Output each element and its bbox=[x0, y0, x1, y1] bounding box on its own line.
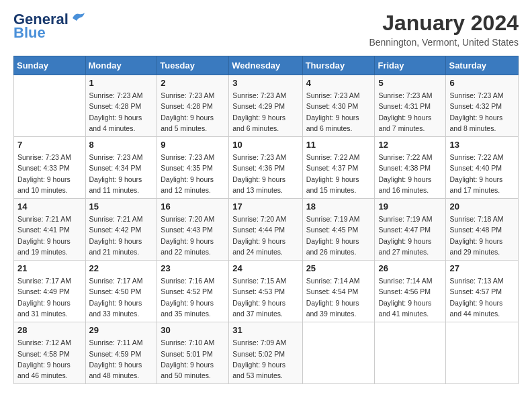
day-number: 25 bbox=[306, 263, 371, 273]
calendar-cell: 10Sunrise: 7:23 AMSunset: 4:36 PMDayligh… bbox=[229, 137, 302, 199]
day-info: Sunrise: 7:19 AMSunset: 4:47 PMDaylight:… bbox=[378, 214, 442, 257]
day-number: 31 bbox=[232, 325, 298, 335]
month-title: January 2024 bbox=[369, 11, 519, 36]
calendar-cell: 14Sunrise: 7:21 AMSunset: 4:41 PMDayligh… bbox=[14, 199, 86, 261]
day-info: Sunrise: 7:23 AMSunset: 4:35 PMDaylight:… bbox=[161, 152, 225, 195]
calendar-cell: 24Sunrise: 7:15 AMSunset: 4:53 PMDayligh… bbox=[229, 261, 302, 322]
day-info: Sunrise: 7:22 AMSunset: 4:38 PMDaylight:… bbox=[378, 152, 442, 195]
day-number: 14 bbox=[17, 201, 82, 212]
calendar-cell: 8Sunrise: 7:23 AMSunset: 4:34 PMDaylight… bbox=[85, 137, 157, 199]
day-number: 15 bbox=[89, 201, 154, 212]
day-number: 22 bbox=[89, 263, 154, 273]
day-number: 13 bbox=[449, 140, 515, 150]
header-day-tuesday: Tuesday bbox=[157, 56, 229, 75]
week-row-1: 1Sunrise: 7:23 AMSunset: 4:28 PMDaylight… bbox=[14, 75, 519, 137]
day-info: Sunrise: 7:15 AMSunset: 4:53 PMDaylight:… bbox=[232, 275, 298, 319]
header-day-friday: Friday bbox=[375, 56, 446, 75]
calendar-cell bbox=[446, 322, 519, 384]
day-number: 12 bbox=[378, 140, 442, 150]
day-number: 10 bbox=[232, 140, 298, 150]
header-day-sunday: Sunday bbox=[14, 56, 86, 75]
calendar-cell bbox=[302, 322, 375, 384]
day-info: Sunrise: 7:22 AMSunset: 4:37 PMDaylight:… bbox=[306, 152, 371, 195]
day-number: 27 bbox=[449, 263, 515, 273]
day-number: 2 bbox=[161, 78, 225, 88]
day-info: Sunrise: 7:18 AMSunset: 4:48 PMDaylight:… bbox=[449, 214, 515, 257]
day-info: Sunrise: 7:23 AMSunset: 4:34 PMDaylight:… bbox=[89, 152, 154, 195]
day-info: Sunrise: 7:23 AMSunset: 4:36 PMDaylight:… bbox=[232, 152, 298, 195]
day-number: 5 bbox=[378, 78, 442, 88]
day-info: Sunrise: 7:12 AMSunset: 4:58 PMDaylight:… bbox=[17, 337, 82, 381]
calendar-cell: 11Sunrise: 7:22 AMSunset: 4:37 PMDayligh… bbox=[302, 137, 375, 199]
header-day-thursday: Thursday bbox=[302, 56, 375, 75]
calendar-cell: 6Sunrise: 7:23 AMSunset: 4:32 PMDaylight… bbox=[446, 75, 519, 137]
day-number: 1 bbox=[89, 78, 154, 88]
calendar-cell: 28Sunrise: 7:12 AMSunset: 4:58 PMDayligh… bbox=[14, 322, 86, 384]
day-info: Sunrise: 7:22 AMSunset: 4:40 PMDaylight:… bbox=[449, 152, 515, 195]
week-row-4: 21Sunrise: 7:17 AMSunset: 4:49 PMDayligh… bbox=[14, 261, 519, 322]
week-row-5: 28Sunrise: 7:12 AMSunset: 4:58 PMDayligh… bbox=[14, 322, 519, 384]
calendar-cell bbox=[375, 322, 446, 384]
calendar-cell: 1Sunrise: 7:23 AMSunset: 4:28 PMDaylight… bbox=[85, 75, 157, 137]
calendar-cell: 12Sunrise: 7:22 AMSunset: 4:38 PMDayligh… bbox=[375, 137, 446, 199]
day-number: 26 bbox=[378, 263, 442, 273]
calendar-cell: 23Sunrise: 7:16 AMSunset: 4:52 PMDayligh… bbox=[157, 261, 229, 322]
page-header: General Blue January 2024 Bennington, Ve… bbox=[13, 11, 519, 48]
day-number: 11 bbox=[306, 140, 371, 150]
location: Bennington, Vermont, United States bbox=[369, 37, 519, 48]
header-row: SundayMondayTuesdayWednesdayThursdayFrid… bbox=[14, 56, 519, 75]
day-number: 3 bbox=[232, 78, 298, 88]
calendar-cell: 19Sunrise: 7:19 AMSunset: 4:47 PMDayligh… bbox=[375, 199, 446, 261]
week-row-3: 14Sunrise: 7:21 AMSunset: 4:41 PMDayligh… bbox=[14, 199, 519, 261]
calendar-cell: 25Sunrise: 7:14 AMSunset: 4:54 PMDayligh… bbox=[302, 261, 375, 322]
day-info: Sunrise: 7:17 AMSunset: 4:49 PMDaylight:… bbox=[17, 275, 82, 319]
day-info: Sunrise: 7:23 AMSunset: 4:31 PMDaylight:… bbox=[378, 90, 442, 134]
calendar-cell: 30Sunrise: 7:10 AMSunset: 5:01 PMDayligh… bbox=[157, 322, 229, 384]
day-number: 21 bbox=[17, 263, 82, 273]
day-info: Sunrise: 7:23 AMSunset: 4:32 PMDaylight:… bbox=[449, 90, 515, 134]
day-info: Sunrise: 7:11 AMSunset: 4:59 PMDaylight:… bbox=[89, 337, 154, 381]
day-info: Sunrise: 7:17 AMSunset: 4:50 PMDaylight:… bbox=[89, 275, 154, 319]
day-number: 7 bbox=[17, 140, 82, 150]
day-number: 4 bbox=[306, 78, 371, 88]
calendar-cell: 4Sunrise: 7:23 AMSunset: 4:30 PMDaylight… bbox=[302, 75, 375, 137]
calendar-cell: 13Sunrise: 7:22 AMSunset: 4:40 PMDayligh… bbox=[446, 137, 519, 199]
day-number: 9 bbox=[161, 140, 225, 150]
calendar-cell: 20Sunrise: 7:18 AMSunset: 4:48 PMDayligh… bbox=[446, 199, 519, 261]
calendar-cell: 3Sunrise: 7:23 AMSunset: 4:29 PMDaylight… bbox=[229, 75, 302, 137]
day-info: Sunrise: 7:20 AMSunset: 4:44 PMDaylight:… bbox=[232, 214, 298, 257]
calendar-cell: 22Sunrise: 7:17 AMSunset: 4:50 PMDayligh… bbox=[85, 261, 157, 322]
day-number: 28 bbox=[17, 325, 82, 335]
logo-bird-icon bbox=[71, 11, 86, 25]
calendar-cell: 5Sunrise: 7:23 AMSunset: 4:31 PMDaylight… bbox=[375, 75, 446, 137]
day-number: 17 bbox=[232, 201, 298, 212]
day-number: 23 bbox=[161, 263, 225, 273]
day-info: Sunrise: 7:19 AMSunset: 4:45 PMDaylight:… bbox=[306, 214, 371, 257]
calendar-cell: 18Sunrise: 7:19 AMSunset: 4:45 PMDayligh… bbox=[302, 199, 375, 261]
day-number: 8 bbox=[89, 140, 154, 150]
calendar-cell: 2Sunrise: 7:23 AMSunset: 4:28 PMDaylight… bbox=[157, 75, 229, 137]
logo-blue: Blue bbox=[13, 24, 46, 42]
day-number: 19 bbox=[378, 201, 442, 212]
day-info: Sunrise: 7:23 AMSunset: 4:29 PMDaylight:… bbox=[232, 90, 298, 134]
calendar-cell: 21Sunrise: 7:17 AMSunset: 4:49 PMDayligh… bbox=[14, 261, 86, 322]
header-day-saturday: Saturday bbox=[446, 56, 519, 75]
calendar-cell: 27Sunrise: 7:13 AMSunset: 4:57 PMDayligh… bbox=[446, 261, 519, 322]
day-number: 29 bbox=[89, 325, 154, 335]
week-row-2: 7Sunrise: 7:23 AMSunset: 4:33 PMDaylight… bbox=[14, 137, 519, 199]
calendar-cell: 29Sunrise: 7:11 AMSunset: 4:59 PMDayligh… bbox=[85, 322, 157, 384]
day-info: Sunrise: 7:23 AMSunset: 4:28 PMDaylight:… bbox=[89, 90, 154, 134]
calendar-cell: 26Sunrise: 7:14 AMSunset: 4:56 PMDayligh… bbox=[375, 261, 446, 322]
day-info: Sunrise: 7:13 AMSunset: 4:57 PMDaylight:… bbox=[449, 275, 515, 319]
header-day-monday: Monday bbox=[85, 56, 157, 75]
calendar-cell: 31Sunrise: 7:09 AMSunset: 5:02 PMDayligh… bbox=[229, 322, 302, 384]
calendar-cell: 7Sunrise: 7:23 AMSunset: 4:33 PMDaylight… bbox=[14, 137, 86, 199]
calendar-cell: 17Sunrise: 7:20 AMSunset: 4:44 PMDayligh… bbox=[229, 199, 302, 261]
day-info: Sunrise: 7:16 AMSunset: 4:52 PMDaylight:… bbox=[161, 275, 225, 319]
day-number: 16 bbox=[161, 201, 225, 212]
day-info: Sunrise: 7:09 AMSunset: 5:02 PMDaylight:… bbox=[232, 337, 298, 381]
logo: General Blue bbox=[13, 11, 86, 42]
day-info: Sunrise: 7:14 AMSunset: 4:56 PMDaylight:… bbox=[378, 275, 442, 319]
day-info: Sunrise: 7:21 AMSunset: 4:41 PMDaylight:… bbox=[17, 214, 82, 257]
day-info: Sunrise: 7:21 AMSunset: 4:42 PMDaylight:… bbox=[89, 214, 154, 257]
